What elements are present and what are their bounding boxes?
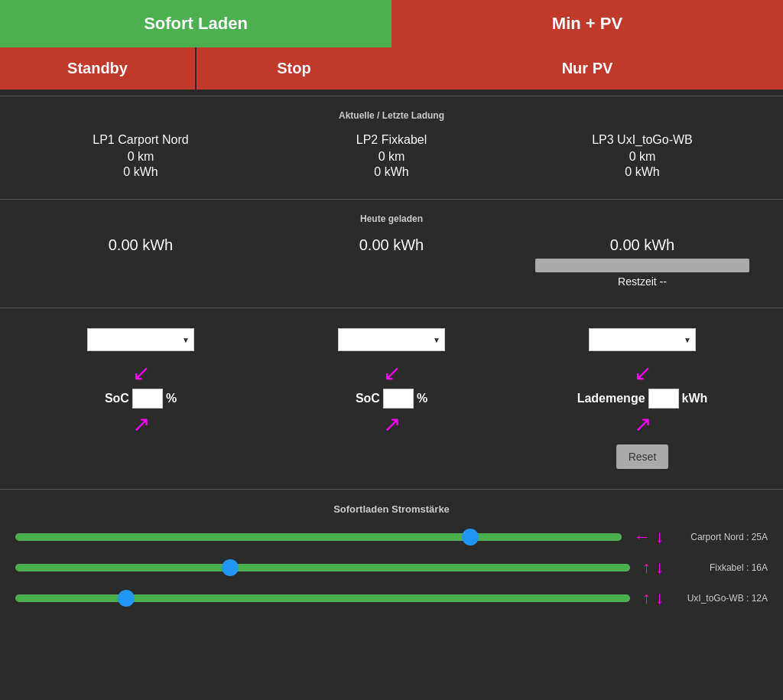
lp2-soc-unit: % <box>417 392 427 405</box>
controls-section: ▼ ↙ SoC % ↗ ▼ ↙ SoC % <box>0 314 783 483</box>
lp3-lademenge-row: Lademenge kWh <box>577 389 708 409</box>
lp1-item: LP1 Carport Nord 0 km 0 kWh <box>15 127 266 185</box>
slider1-track <box>15 533 622 541</box>
lp1-soc-label: SoC <box>105 392 129 405</box>
slider3-thumb[interactable] <box>118 590 135 607</box>
sofort-laden-button[interactable]: Sofort Laden <box>0 0 392 47</box>
lp1-dropdown-container: ▼ <box>87 328 194 351</box>
slider3-track-container[interactable] <box>15 592 630 604</box>
lp3-lademenge-label: Lademenge <box>577 392 645 405</box>
standby-stop-container: Standby Stop <box>0 47 392 90</box>
divider-3 <box>0 308 783 308</box>
slider1-track-container[interactable] <box>15 531 622 543</box>
lp1-dropdown[interactable] <box>87 328 194 351</box>
restzeit-label: Restzeit -- <box>523 275 762 288</box>
lp3-arrow-annotation-2: ↗ <box>634 412 651 437</box>
lp2-controls: ▼ ↙ SoC % ↗ <box>266 322 517 475</box>
slider3-track <box>15 594 630 602</box>
lp1-soc-unit: % <box>166 392 177 405</box>
heute-lp1: 0.00 kWh <box>15 230 266 265</box>
slider2-thumb[interactable] <box>222 559 239 576</box>
slider1-thumb[interactable] <box>462 529 479 545</box>
lp2-soc-input[interactable] <box>383 389 414 409</box>
lp2-arrow-annotation-2: ↗ <box>383 412 401 437</box>
stop-button[interactable]: Stop <box>197 47 392 90</box>
heute-lp1-value: 0.00 kWh <box>21 236 260 254</box>
reset-button[interactable]: Reset <box>616 444 669 469</box>
lp2-arrow-annotation: ↙ <box>383 360 401 386</box>
min-pv-button[interactable]: Min + PV <box>392 0 783 47</box>
slider-row-1: ← ↓ Carport Nord : 25A <box>15 527 768 547</box>
slider3-arrow-annotation: ↑ ↓ <box>642 588 664 608</box>
lp2-name: LP2 Fixkabel <box>272 133 511 147</box>
heute-lp2: 0.00 kWh <box>266 230 517 265</box>
lp3-item: LP3 UxI_toGo-WB 0 km 0 kWh <box>517 127 768 185</box>
controls-grid: ▼ ↙ SoC % ↗ ▼ ↙ SoC % <box>15 322 768 475</box>
slider2-track-container[interactable] <box>15 562 630 574</box>
lp3-dropdown[interactable] <box>589 328 696 351</box>
divider-2 <box>0 199 783 200</box>
slider3-label: UxI_toGo-WB : 12A <box>676 593 768 604</box>
lp3-name: LP3 UxI_toGo-WB <box>523 133 762 147</box>
lp3-kwh: 0 kWh <box>523 165 762 179</box>
lp2-soc-row: SoC % <box>356 389 427 409</box>
slider1-label: Carport Nord : 25A <box>676 532 768 542</box>
top-buttons-grid: Sofort Laden Min + PV Standby Stop Nur P… <box>0 0 783 90</box>
divider-4 <box>0 489 783 490</box>
lp2-dropdown[interactable] <box>338 328 445 351</box>
lp1-name: LP1 Carport Nord <box>21 133 260 147</box>
lp3-lademenge-unit: kWh <box>682 392 708 405</box>
heute-title: Heute geladen <box>15 213 768 224</box>
lp1-soc-input[interactable] <box>132 389 163 409</box>
ladung-title: Aktuelle / Letzte Ladung <box>15 110 768 121</box>
lp2-km: 0 km <box>272 150 511 164</box>
slider-row-3: ↑ ↓ UxI_toGo-WB : 12A <box>15 588 768 608</box>
lp2-dropdown-container: ▼ <box>338 328 445 351</box>
progress-bar-fill <box>535 259 750 272</box>
heute-grid: 0.00 kWh 0.00 kWh 0.00 kWh Restzeit -- <box>15 230 768 294</box>
ladung-section: Aktuelle / Letzte Ladung LP1 Carport Nor… <box>0 103 783 193</box>
lp2-item: LP2 Fixkabel 0 km 0 kWh <box>266 127 517 185</box>
progress-bar <box>535 259 750 272</box>
lp1-arrow-annotation-2: ↗ <box>132 412 150 437</box>
lp1-kwh: 0 kWh <box>21 165 260 179</box>
lp1-controls: ▼ ↙ SoC % ↗ <box>15 322 266 475</box>
lp3-controls: ▼ ↙ Lademenge kWh ↗ Reset <box>517 322 768 475</box>
slider1-arrow-annotation: ← ↓ <box>634 527 664 547</box>
heute-section: Heute geladen 0.00 kWh 0.00 kWh 0.00 kWh… <box>0 206 783 301</box>
nur-pv-button[interactable]: Nur PV <box>392 47 783 90</box>
lp3-lademenge-input[interactable] <box>648 389 679 409</box>
heute-lp3-value: 0.00 kWh <box>523 236 762 254</box>
standby-button[interactable]: Standby <box>0 47 197 90</box>
slider-row-2: ↑ ↓ Fixkabel : 16A <box>15 558 768 578</box>
slider2-label: Fixkabel : 16A <box>676 562 768 573</box>
divider-1 <box>0 96 783 96</box>
heute-lp3: 0.00 kWh Restzeit -- <box>517 230 768 294</box>
lp1-soc-row: SoC % <box>105 389 177 409</box>
lp3-arrow-annotation: ↙ <box>634 360 651 386</box>
sliders-section: Sofortladen Stromstärke ← ↓ Carport Nord… <box>0 496 783 634</box>
sliders-title: Sofortladen Stromstärke <box>15 503 768 515</box>
lp2-kwh: 0 kWh <box>272 165 511 179</box>
lp1-arrow-annotation: ↙ <box>132 360 150 386</box>
slider2-arrow-annotation: ↑ ↓ <box>642 558 664 578</box>
lp1-km: 0 km <box>21 150 260 164</box>
heute-lp2-value: 0.00 kWh <box>272 236 511 254</box>
lp2-soc-label: SoC <box>356 392 380 405</box>
lp-grid: LP1 Carport Nord 0 km 0 kWh LP2 Fixkabel… <box>15 127 768 185</box>
slider2-track <box>15 564 630 571</box>
lp3-km: 0 km <box>523 150 762 164</box>
lp3-dropdown-container: ▼ <box>589 328 696 351</box>
